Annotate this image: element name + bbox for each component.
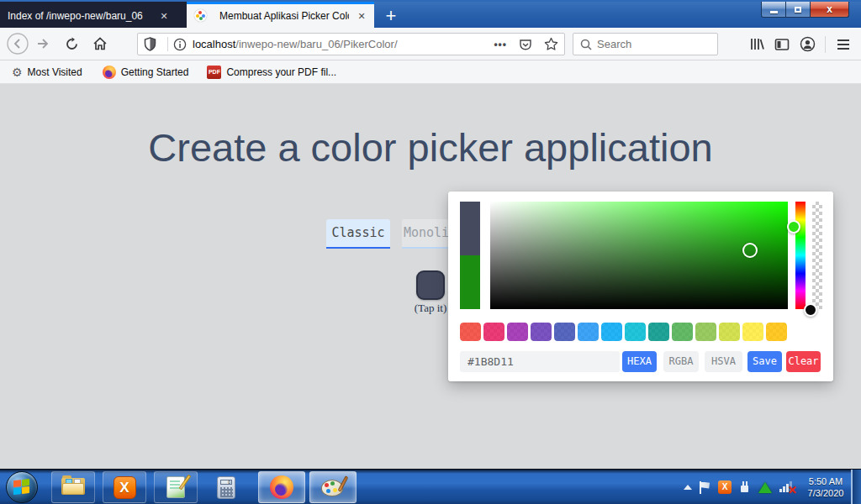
taskbar-notepadpp-button[interactable]: [154, 471, 198, 503]
mode-rgba-button[interactable]: RGBA: [663, 351, 699, 372]
window-titlebar: Index of /inwepo-new/baru_06 ✕ Membuat A…: [0, 0, 861, 28]
sidebar-icon[interactable]: [769, 32, 795, 57]
palette-swatch[interactable]: [742, 323, 763, 341]
clock-date: 7/3/2020: [802, 487, 849, 499]
navigation-toolbar: localhost/inwepo-new/baru_06/PikerColor/…: [0, 28, 861, 60]
paint-icon: [321, 477, 345, 497]
palette-swatch[interactable]: [672, 323, 693, 341]
palette-swatch[interactable]: [719, 323, 740, 341]
windows-logo-icon: [13, 479, 30, 496]
palette-swatch[interactable]: [460, 323, 481, 341]
current-color-pane: [460, 255, 480, 309]
tab-classic[interactable]: Classic: [326, 219, 390, 249]
window-controls: x: [761, 2, 849, 18]
hidden-icons-arrow-icon[interactable]: [684, 485, 692, 490]
bookmark-star-icon[interactable]: [544, 37, 558, 51]
bookmark-getting-started[interactable]: Getting Started: [103, 63, 189, 81]
start-button[interactable]: [6, 471, 38, 503]
xampp-icon: X: [114, 476, 136, 499]
mode-hexa-button[interactable]: HEXA: [622, 351, 657, 372]
firefox-icon: [270, 475, 293, 499]
bookmarks-bar: ⚙ Most Visited Getting Started PDF Compr…: [0, 60, 861, 84]
alpha-handle[interactable]: [804, 303, 817, 317]
color-swatch-button[interactable]: [416, 270, 445, 300]
palette-swatch[interactable]: [483, 323, 504, 341]
account-icon[interactable]: [795, 32, 820, 57]
browser-tab-active[interactable]: Membuat Aplikasi Picker Color ✕: [187, 2, 374, 29]
show-desktop-button[interactable]: [851, 470, 861, 504]
new-tab-button[interactable]: +: [379, 5, 403, 27]
urlbar-divider: [167, 37, 168, 51]
url-host: localhost: [193, 38, 235, 50]
palette-swatch[interactable]: [625, 323, 646, 341]
palette-swatch[interactable]: [507, 323, 528, 341]
tab-close-icon[interactable]: ✕: [355, 9, 368, 23]
close-window-button[interactable]: x: [811, 2, 849, 18]
page-content: Create a color picker application Classi…: [0, 84, 861, 469]
home-button[interactable]: [87, 31, 113, 56]
save-button[interactable]: Save: [747, 351, 782, 372]
reload-button[interactable]: [59, 31, 84, 56]
taskbar-calculator-button[interactable]: 0: [204, 471, 248, 503]
palette-swatch[interactable]: [648, 323, 669, 341]
xampp-tray-icon[interactable]: X: [718, 480, 732, 494]
palette-swatch[interactable]: [531, 323, 552, 341]
color-picker-popup: HEXA RGBA HSVA Save Clear: [448, 192, 833, 381]
browser-tab-inactive[interactable]: Index of /inwepo-new/baru_06 ✕: [0, 2, 177, 29]
palette-swatch[interactable]: [695, 323, 716, 341]
tab-title: Index of /inwepo-new/baru_06: [8, 10, 151, 22]
minimize-button[interactable]: [761, 2, 786, 18]
clock-time: 5:50 AM: [802, 475, 849, 487]
saturation-value-area[interactable]: [490, 202, 788, 309]
bookmark-most-visited[interactable]: ⚙ Most Visited: [12, 63, 82, 81]
tab-close-icon[interactable]: ✕: [157, 9, 171, 23]
toolbar-divider: [825, 36, 826, 53]
firefox-icon: [103, 66, 116, 79]
back-button[interactable]: [5, 31, 30, 56]
taskbar-paint-button[interactable]: [309, 471, 357, 503]
palette-swatch[interactable]: [578, 323, 599, 341]
search-icon: [580, 39, 592, 50]
library-icon[interactable]: [744, 32, 769, 57]
safely-remove-hardware-icon[interactable]: [739, 480, 751, 494]
palette-swatch[interactable]: [766, 323, 787, 341]
swatch-row: [460, 323, 787, 341]
hue-slider[interactable]: [795, 202, 806, 309]
desktop-screen: Index of /inwepo-new/baru_06 ✕ Membuat A…: [0, 0, 861, 504]
previous-color-pane: [460, 202, 480, 255]
defrag-tray-icon[interactable]: [758, 482, 772, 493]
restore-button[interactable]: [786, 2, 811, 18]
shield-icon[interactable]: [144, 37, 156, 51]
taskbar: X 0 X ✕: [0, 469, 861, 504]
forward-button[interactable]: [30, 31, 55, 56]
search-bar[interactable]: [573, 33, 718, 55]
system-tray: X ✕ 5:50 AM 7/3/2020: [684, 470, 849, 504]
pocket-icon[interactable]: [519, 38, 532, 51]
action-center-flag-icon[interactable]: [700, 481, 710, 494]
search-input[interactable]: [597, 38, 698, 50]
menu-hamburger-icon[interactable]: [831, 32, 856, 57]
palette-swatch[interactable]: [554, 323, 575, 341]
mode-hsva-button[interactable]: HSVA: [705, 351, 742, 372]
notepad-plus-plus-icon: [166, 476, 185, 498]
bookmark-label: Most Visited: [28, 66, 82, 78]
hex-input[interactable]: [460, 351, 620, 372]
page-title: Create a color picker application: [0, 124, 861, 171]
hue-handle[interactable]: [787, 220, 800, 234]
clear-button[interactable]: Clear: [786, 351, 821, 372]
taskbar-xampp-button[interactable]: X: [103, 471, 146, 503]
explorer-icon: [61, 478, 85, 496]
palette-swatch[interactable]: [601, 323, 622, 341]
network-disconnected-icon[interactable]: ✕: [779, 480, 795, 494]
page-actions-icon[interactable]: •••: [494, 39, 507, 50]
saturation-cursor[interactable]: [742, 243, 758, 258]
taskbar-clock[interactable]: 5:50 AM 7/3/2020: [802, 475, 849, 499]
url-bar[interactable]: localhost/inwepo-new/baru_06/PikerColor/…: [137, 33, 565, 55]
site-info-icon[interactable]: [173, 38, 187, 51]
alpha-slider[interactable]: [812, 202, 822, 309]
gear-icon: ⚙: [12, 66, 23, 78]
taskbar-firefox-button[interactable]: [258, 471, 305, 503]
bookmark-compress-pdf[interactable]: PDF Compress your PDF fil...: [207, 63, 336, 81]
url-text: localhost/inwepo-new/baru_06/PikerColor/: [193, 38, 488, 50]
taskbar-explorer-button[interactable]: [51, 471, 95, 503]
